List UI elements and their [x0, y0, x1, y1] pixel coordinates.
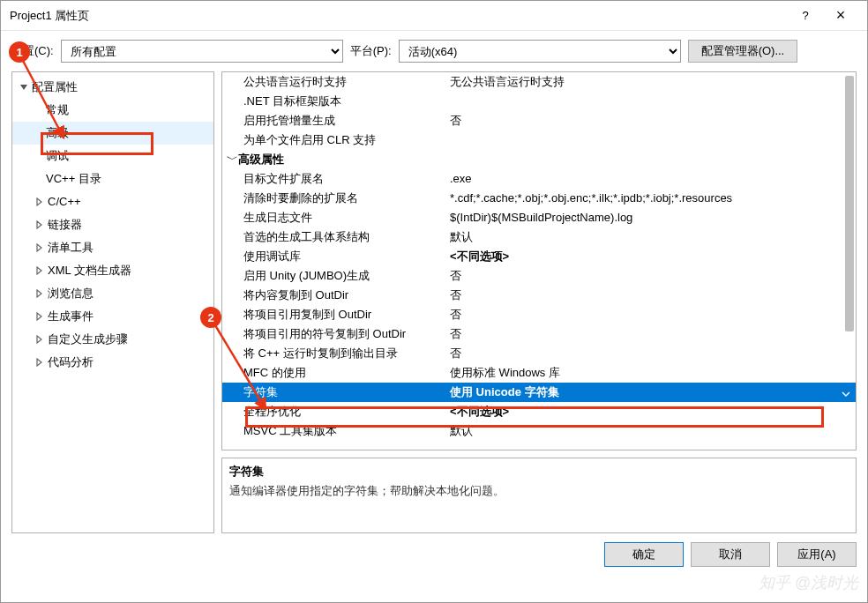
description-text: 通知编译器使用指定的字符集；帮助解决本地化问题。	[229, 483, 849, 499]
property-row[interactable]: 将 C++ 运行时复制到输出目录否	[222, 344, 856, 363]
property-key: 公共语言运行时支持	[222, 72, 447, 92]
property-key: 将项目引用复制到 OutDir	[222, 305, 447, 324]
property-value[interactable]: 使用标准 Windows 库	[447, 363, 856, 383]
property-value[interactable]: 否	[447, 111, 856, 130]
property-key: 为单个文件启用 CLR 支持	[222, 130, 447, 150]
tree-expander-icon[interactable]	[34, 310, 46, 323]
property-row[interactable]: 清除时要删除的扩展名*.cdf;*.cache;*.obj;*.obj.enc;…	[222, 189, 856, 208]
property-value[interactable]: <不同选项>	[447, 402, 856, 421]
tree-item[interactable]: 调试	[12, 145, 213, 168]
tree-expander-icon[interactable]	[18, 81, 30, 93]
tree-expander-icon[interactable]	[34, 196, 46, 208]
property-value[interactable]: 否	[447, 324, 856, 344]
property-row[interactable]: MSVC 工具集版本默认	[222, 421, 856, 441]
chevron-down-icon[interactable]	[842, 385, 850, 402]
property-row[interactable]: 目标文件扩展名.exe	[222, 169, 856, 189]
property-value[interactable]: 否	[447, 344, 856, 363]
tree-item-label: 代码分析	[48, 353, 94, 372]
tree-item[interactable]: 常规	[12, 99, 213, 122]
property-value[interactable]: 默认	[447, 421, 856, 441]
property-value[interactable]: .exe	[447, 169, 856, 189]
property-key: 启用托管增量生成	[222, 111, 447, 130]
property-value[interactable]: 否	[447, 266, 856, 286]
tree-item-label: 生成事件	[48, 307, 94, 326]
cancel-button[interactable]: 取消	[691, 542, 770, 567]
property-row[interactable]: 将项目引用的符号复制到 OutDir否	[222, 324, 856, 344]
property-key: 启用 Unity (JUMBO)生成	[222, 266, 447, 286]
property-key: .NET 目标框架版本	[222, 92, 447, 111]
tree-item-label: 链接器	[48, 215, 82, 234]
property-key: 将项目引用的符号复制到 OutDir	[222, 324, 447, 344]
property-row[interactable]: 首选的生成工具体系结构默认	[222, 227, 856, 247]
property-row[interactable]: 全程序优化<不同选项>	[222, 402, 856, 421]
property-key: 将 C++ 运行时复制到输出目录	[222, 344, 447, 363]
property-row[interactable]: 启用 Unity (JUMBO)生成否	[222, 266, 856, 286]
tree-item[interactable]: 代码分析	[12, 351, 213, 374]
tree-item-label: 调试	[46, 146, 69, 166]
property-row[interactable]: 公共语言运行时支持无公共语言运行时支持	[222, 72, 856, 92]
property-value-text: 使用 Unicode 字符集	[450, 385, 559, 398]
tree-item[interactable]: C/C++	[12, 190, 213, 213]
property-key: 字符集	[222, 383, 447, 402]
tree-item-label: 清单工具	[48, 238, 94, 257]
property-value[interactable]: 无公共语言运行时支持	[447, 72, 856, 92]
property-value[interactable]	[447, 92, 856, 111]
property-row[interactable]: 生成日志文件$(IntDir)$(MSBuildProjectName).log	[222, 208, 856, 227]
property-value[interactable]: 使用 Unicode 字符集	[447, 383, 856, 402]
property-key: 清除时要删除的扩展名	[222, 189, 447, 208]
tree-expander-icon[interactable]	[34, 333, 46, 346]
tree-item-label: 配置属性	[32, 78, 78, 97]
property-description: 字符集 通知编译器使用指定的字符集；帮助解决本地化问题。	[221, 458, 857, 533]
property-value[interactable]	[447, 130, 856, 150]
ok-button[interactable]: 确定	[604, 542, 684, 567]
property-grid[interactable]: 公共语言运行时支持无公共语言运行时支持.NET 目标框架版本启用托管增量生成否为…	[221, 71, 857, 450]
tree-item[interactable]: VC++ 目录	[12, 168, 213, 190]
tree-item[interactable]: 生成事件	[12, 305, 213, 328]
property-key: 首选的生成工具体系结构	[222, 227, 447, 247]
top-controls: 配置(C): 所有配置 平台(P): 活动(x64) 配置管理器(O)...	[1, 31, 867, 71]
property-row[interactable]: 使用调试库<不同选项>	[222, 247, 856, 266]
tree-item-label: 高级	[46, 123, 69, 143]
config-tree[interactable]: 配置属性常规高级调试VC++ 目录C/C++链接器清单工具XML 文档生成器浏览…	[11, 71, 214, 533]
property-value[interactable]: 否	[447, 305, 856, 324]
tree-expander-icon[interactable]	[34, 356, 46, 368]
tree-item[interactable]: 高级	[12, 122, 213, 145]
property-row[interactable]: 启用托管增量生成否	[222, 111, 856, 130]
property-row[interactable]: 为单个文件启用 CLR 支持	[222, 130, 856, 150]
help-button[interactable]: ?	[788, 9, 823, 22]
tree-expander-icon[interactable]	[34, 287, 46, 300]
tree-item[interactable]: XML 文档生成器	[12, 259, 213, 282]
tree-expander-icon[interactable]	[34, 242, 46, 254]
scrollbar-thumb[interactable]	[845, 76, 854, 331]
tree-item-label: 自定义生成步骤	[48, 330, 128, 349]
collapse-icon[interactable]: ﹀	[226, 150, 238, 169]
property-group-header[interactable]: ﹀高级属性	[222, 150, 856, 169]
property-value[interactable]: 默认	[447, 227, 856, 247]
platform-label: 平台(P):	[350, 43, 392, 59]
apply-button[interactable]: 应用(A)	[777, 542, 857, 567]
property-row[interactable]: 将内容复制到 OutDir否	[222, 286, 856, 305]
property-key: 生成日志文件	[222, 208, 447, 227]
property-row[interactable]: MFC 的使用使用标准 Windows 库	[222, 363, 856, 383]
tree-item[interactable]: 配置属性	[12, 76, 213, 99]
property-row[interactable]: 字符集使用 Unicode 字符集	[222, 383, 856, 402]
tree-item[interactable]: 浏览信息	[12, 282, 213, 305]
tree-item[interactable]: 链接器	[12, 213, 213, 236]
config-select[interactable]: 所有配置	[61, 40, 343, 63]
property-value[interactable]: <不同选项>	[447, 247, 856, 266]
property-value[interactable]: 否	[447, 286, 856, 305]
tree-item[interactable]: 自定义生成步骤	[12, 328, 213, 351]
tree-item[interactable]: 清单工具	[12, 236, 213, 259]
tree-expander-icon[interactable]	[34, 264, 46, 277]
property-value[interactable]: *.cdf;*.cache;*.obj;*.obj.enc;*.ilk;*.ip…	[447, 189, 856, 208]
property-row[interactable]: .NET 目标框架版本	[222, 92, 856, 111]
property-value[interactable]: $(IntDir)$(MSBuildProjectName).log	[447, 208, 856, 227]
platform-select[interactable]: 活动(x64)	[399, 40, 681, 63]
close-button[interactable]: ×	[823, 6, 858, 25]
property-key: 使用调试库	[222, 247, 447, 266]
config-label: 配置(C):	[11, 43, 54, 59]
config-manager-button[interactable]: 配置管理器(O)...	[688, 40, 798, 63]
watermark: 知乎 @浅时光	[759, 572, 858, 593]
tree-expander-icon[interactable]	[34, 219, 46, 231]
property-row[interactable]: 将项目引用复制到 OutDir否	[222, 305, 856, 324]
